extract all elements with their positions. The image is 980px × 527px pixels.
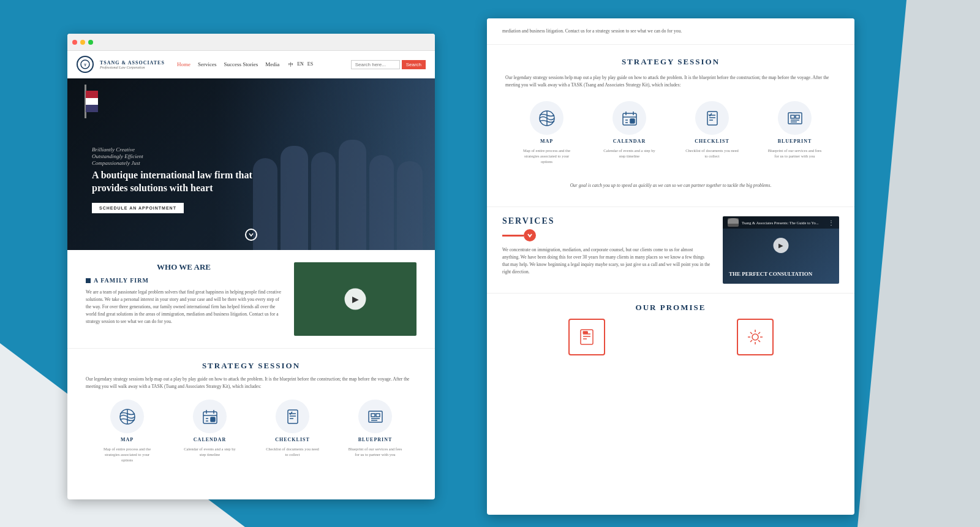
svg-rect-29 bbox=[707, 112, 717, 125]
hero-title: A boutique international law firm that p… bbox=[92, 169, 263, 195]
strategy-map-right: MAP Map of entire process and the strate… bbox=[519, 101, 575, 164]
map-icon-circle bbox=[110, 400, 144, 433]
calendar-label-right: CALENDAR bbox=[613, 138, 646, 144]
services-down-icon bbox=[524, 229, 536, 241]
who-text: WHO WE ARE A FAMILY FIRM We are a team o… bbox=[86, 262, 282, 336]
svg-text:333: 333 bbox=[583, 331, 588, 334]
who-video-thumbnail[interactable]: ▶ bbox=[294, 262, 417, 336]
person-silhouette-5 bbox=[369, 155, 394, 250]
services-title: SERVICES bbox=[502, 216, 710, 226]
video-options-icon[interactable]: ⋮ bbox=[828, 219, 834, 226]
svg-rect-17 bbox=[376, 414, 380, 417]
checklist-label-right: CHECKLIST bbox=[695, 138, 729, 144]
svg-text:T: T bbox=[84, 63, 87, 67]
checklist-icon-circle bbox=[276, 400, 309, 433]
checklist-desc-right: Checklist of documents you need to colle… bbox=[685, 148, 740, 159]
strategy-icon-map-left: MAP Map of entire process and the strate… bbox=[100, 400, 155, 463]
browser-left: T TSANG & ASSOCIATES Professional Law Co… bbox=[67, 34, 435, 499]
services-video-thumbnail[interactable]: Tsang & Associates Presents: The Guide t… bbox=[723, 216, 839, 284]
map-circle-right bbox=[530, 101, 564, 135]
browser-bar-left bbox=[67, 34, 435, 51]
services-divider bbox=[502, 235, 524, 237]
lang-en[interactable]: EN bbox=[297, 61, 304, 68]
logo-text: TSANG & ASSOCIATES Professional Law Corp… bbox=[100, 60, 165, 69]
nav-media[interactable]: Media bbox=[265, 61, 279, 67]
nav-success[interactable]: Success Stories bbox=[224, 61, 258, 67]
dot-red bbox=[72, 40, 77, 45]
svg-rect-34 bbox=[791, 115, 794, 118]
calendar-desc-right: Calendar of events and a step by step ti… bbox=[602, 148, 657, 159]
strategy-blueprint-right: BLUEPRINT Blueprint of our services and … bbox=[767, 101, 823, 164]
strategy-title-left: STRATEGY SESSION bbox=[86, 361, 417, 371]
map-desc: Map of entire process and the strategies… bbox=[100, 446, 155, 463]
services-body-text: We concentrate on immigration, mediation… bbox=[502, 246, 710, 276]
browser-right: mediation and business litigation. Conta… bbox=[487, 18, 854, 515]
strategy-section-left: STRATEGY SESSION Our legendary strategy … bbox=[67, 348, 435, 475]
person-silhouette-4 bbox=[339, 140, 366, 250]
video-overlay-text: THE PERFECT CONSULTATION bbox=[729, 271, 812, 278]
strategy-title-right: STRATEGY SESSION bbox=[505, 57, 836, 67]
services-play-button[interactable]: ▶ bbox=[774, 238, 789, 253]
strategy-checklist-right: CHECKLIST Checklist of documents you nee… bbox=[685, 101, 740, 164]
schedule-button[interactable]: SCHEDULE AN APPOINTMENT bbox=[92, 203, 184, 213]
dot-yellow bbox=[80, 40, 85, 45]
blueprint-desc-right: Blueprint of our services and fees for u… bbox=[767, 148, 823, 159]
strategy-calendar-right: CALENDAR Calendar of events and a step b… bbox=[602, 101, 657, 164]
svg-rect-26 bbox=[630, 119, 635, 123]
strategy-icon-blueprint-left: BLUEPRINT Blueprint of our services and … bbox=[348, 400, 403, 463]
svg-rect-11 bbox=[288, 410, 298, 423]
who-title: WHO WE ARE bbox=[86, 262, 282, 272]
blueprint-circle-right bbox=[778, 101, 812, 135]
who-subtitle-text: A FAMILY FIRM bbox=[94, 277, 149, 284]
nav-services[interactable]: Services bbox=[198, 61, 217, 67]
map-desc-right: Map of entire process and the strategies… bbox=[519, 148, 575, 164]
who-subtitle: A FAMILY FIRM bbox=[86, 277, 282, 284]
video-avatar bbox=[728, 218, 739, 227]
video-top-bar: Tsang & Associates Presents: The Guide t… bbox=[723, 216, 839, 229]
tagline-3: Compassionately Just bbox=[92, 160, 263, 166]
strategy-icon-calendar-left: CALENDAR Calendar of events and a step b… bbox=[183, 400, 238, 463]
svg-rect-8 bbox=[211, 417, 215, 422]
nav-links: Home Services Success Stories Media bbox=[177, 61, 279, 67]
logo-icon: T bbox=[77, 56, 94, 73]
search-input[interactable] bbox=[351, 60, 400, 69]
calendar-circle-right bbox=[612, 101, 646, 135]
hero-taglines: Brilliantly Creative Outstandingly Effic… bbox=[92, 146, 263, 166]
who-body-text: We are a team of passionate legal proble… bbox=[86, 289, 282, 325]
map-label-right: MAP bbox=[540, 138, 553, 144]
lang-zh[interactable]: 中 bbox=[288, 61, 293, 68]
video-title-text: Tsang & Associates Presents: The Guide t… bbox=[742, 221, 819, 225]
nav-home[interactable]: Home bbox=[177, 61, 190, 67]
svg-line-50 bbox=[758, 332, 760, 334]
svg-rect-35 bbox=[796, 115, 799, 118]
search-button[interactable]: Search bbox=[402, 60, 426, 69]
svg-point-43 bbox=[752, 334, 758, 340]
svg-line-48 bbox=[750, 332, 752, 334]
goal-text: Our goal is catch you up to speed as qui… bbox=[505, 176, 836, 194]
video-play-button[interactable]: ▶ bbox=[345, 289, 366, 310]
right-top-continuation: mediation and business litigation. Conta… bbox=[487, 18, 854, 45]
promise-section: OUR PROMISE 333 bbox=[487, 293, 854, 365]
svg-rect-16 bbox=[371, 414, 375, 417]
map-label: MAP bbox=[121, 437, 134, 442]
hero-section: Brilliantly Creative Outstandingly Effic… bbox=[67, 78, 435, 250]
scroll-down-arrow[interactable] bbox=[245, 229, 257, 241]
who-we-are-section: WHO WE ARE A FAMILY FIRM We are a team o… bbox=[67, 250, 435, 348]
site-nav: T TSANG & ASSOCIATES Professional Law Co… bbox=[67, 51, 435, 78]
lang-es[interactable]: ES bbox=[307, 61, 313, 68]
blueprint-label: BLUEPRINT bbox=[358, 437, 393, 442]
right-top-text: mediation and business litigation. Conta… bbox=[502, 28, 839, 35]
strategy-body-right: Our legendary strategy sessions help map… bbox=[505, 74, 836, 89]
person-silhouette-6 bbox=[397, 161, 423, 250]
promise-title: OUR PROMISE bbox=[502, 303, 839, 313]
strategy-icon-checklist-left: CHECKLIST Checklist of documents you nee… bbox=[265, 400, 320, 463]
strategy-icons-right: MAP Map of entire process and the strate… bbox=[505, 101, 836, 164]
services-text: SERVICES We concentrate on immigration, … bbox=[502, 216, 710, 284]
tagline-1: Brilliantly Creative bbox=[92, 146, 263, 153]
search-box: Search bbox=[351, 60, 426, 69]
services-section: SERVICES We concentrate on immigration, … bbox=[487, 207, 854, 293]
calendar-label: CALENDAR bbox=[194, 437, 226, 442]
checklist-label: CHECKLIST bbox=[275, 437, 310, 442]
calendar-icon-circle bbox=[193, 400, 227, 433]
blueprint-icon-circle bbox=[358, 400, 392, 433]
